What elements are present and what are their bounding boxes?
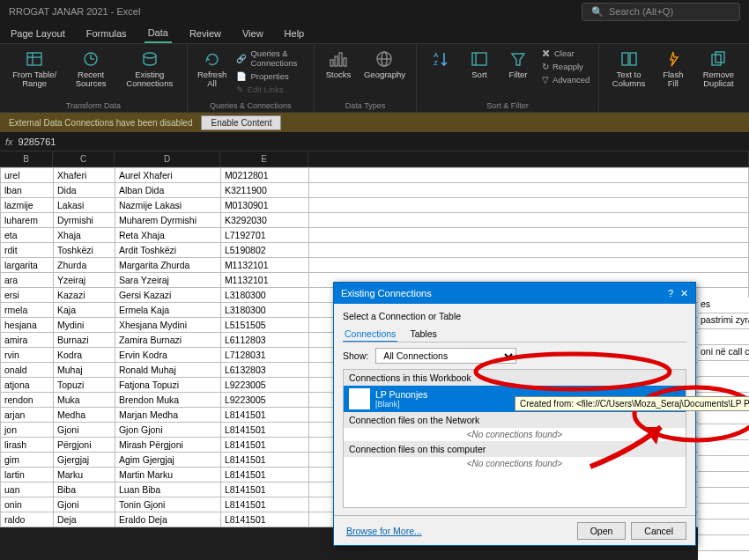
cell[interactable]: Mirash Përgjoni (115, 438, 220, 453)
col-header-c[interactable]: C (53, 151, 115, 166)
search-box[interactable]: 🔍 Search (Alt+Q) (582, 3, 740, 21)
cell[interactable]: jon (1, 423, 54, 438)
cell[interactable]: lazmije (1, 198, 54, 213)
cell[interactable]: amira (1, 333, 54, 348)
cell[interactable]: Reta Xhaja (115, 228, 220, 243)
cell[interactable]: Marjan Medha (115, 408, 220, 423)
cell[interactable]: Alban Dida (115, 183, 220, 198)
col-header-d[interactable]: D (115, 151, 220, 166)
cell[interactable]: Luan Biba (115, 483, 220, 497)
properties-item[interactable]: 📄Properties (234, 70, 307, 82)
cell[interactable]: Marku (53, 468, 115, 483)
cell[interactable]: Agim Gjergjaj (115, 453, 220, 468)
cell[interactable]: Martin Marku (115, 468, 220, 483)
cell[interactable]: Gjergjaj (53, 453, 115, 468)
cell[interactable]: L8141501 (220, 497, 308, 512)
cell[interactable]: lirash (1, 438, 54, 453)
text-to-columns-button[interactable]: Text to Columns (606, 48, 651, 91)
cell[interactable]: M0212801 (220, 168, 308, 183)
cell[interactable]: Medha (53, 408, 115, 423)
cell[interactable]: Fatjona Topuzi (115, 378, 220, 393)
cell[interactable]: rmela (1, 303, 54, 318)
cell[interactable]: uan (1, 483, 54, 497)
sort-button[interactable]: Sort (463, 48, 496, 81)
from-table-range-button[interactable]: From Table/ Range (7, 48, 62, 91)
cell[interactable]: L3180300 (220, 303, 308, 318)
cell[interactable]: L5190802 (220, 243, 308, 258)
reapply-item[interactable]: ↻Reapply (540, 61, 591, 72)
dialog-close-icon[interactable]: ✕ (680, 288, 688, 299)
tab-review[interactable]: Review (186, 25, 225, 42)
table-row[interactable]: urelXhaferiAurel XhaferiM0212801 (1, 168, 749, 183)
table-row[interactable]: luharemDyrmishiMuharem DyrmishiK3292030 (1, 213, 749, 228)
cell[interactable]: rvin (1, 348, 54, 363)
cell[interactable]: Yzeiraj (53, 273, 115, 288)
cell[interactable]: Xhesjana Mydini (115, 318, 220, 333)
cell[interactable]: Gjoni (53, 497, 115, 512)
cell[interactable]: L8141501 (220, 512, 308, 527)
remove-duplicates-button[interactable]: Remove Duplicat (695, 48, 742, 91)
cell[interactable]: lartin (1, 468, 54, 483)
cell[interactable]: onald (1, 363, 54, 378)
cell[interactable]: luharem (1, 213, 54, 228)
cell[interactable]: Aurel Xhaferi (115, 168, 220, 183)
existing-connections-button[interactable]: Existing Connections (120, 48, 180, 91)
cell[interactable]: Burnazi (53, 333, 115, 348)
queries-connections-item[interactable]: 🔗Queries & Connections (234, 48, 307, 69)
cell[interactable]: Margarita Zhurda (115, 258, 220, 273)
cell[interactable]: Nazmije Lakasi (115, 198, 220, 213)
cell[interactable]: Ervin Kodra (115, 348, 220, 363)
cell[interactable]: L6132803 (220, 363, 308, 378)
cell[interactable]: L5151505 (220, 318, 308, 333)
tab-data[interactable]: Data (145, 24, 172, 43)
cell[interactable]: atjona (1, 378, 54, 393)
show-dropdown[interactable]: All Connections (375, 348, 516, 364)
stocks-button[interactable]: Stocks (322, 48, 355, 81)
cell[interactable]: Zamira Burnazi (115, 333, 220, 348)
cell[interactable]: Deja (53, 512, 115, 527)
cell[interactable]: Xhaja (53, 228, 115, 243)
cell[interactable]: M1132101 (220, 258, 308, 273)
cell[interactable]: L8141501 (220, 483, 308, 497)
cell[interactable]: Muka (53, 393, 115, 408)
table-row[interactable]: rditToshkëziArdit ToshkëziL5190802 (1, 243, 749, 258)
cell[interactable]: largarita (1, 258, 54, 273)
cell[interactable]: Ronald Muhaj (115, 363, 220, 378)
table-row[interactable]: largaritaZhurdaMargarita ZhurdaM1132101 (1, 258, 749, 273)
cell[interactable]: ara (1, 273, 54, 288)
cell[interactable]: Ermela Kaja (115, 303, 220, 318)
cell[interactable]: arjan (1, 408, 54, 423)
cell[interactable]: Kaja (53, 303, 115, 318)
cell[interactable]: urel (1, 168, 54, 183)
tab-page-layout[interactable]: Page Layout (7, 25, 69, 42)
cell[interactable]: Topuzi (53, 378, 115, 393)
cell[interactable]: rendon (1, 393, 54, 408)
cell[interactable]: Ardit Toshkëzi (115, 243, 220, 258)
col-header-b[interactable]: B (0, 151, 53, 166)
cell[interactable]: L9223005 (220, 378, 308, 393)
cell[interactable]: Muharem Dyrmishi (115, 213, 220, 228)
cancel-button[interactable]: Cancel (631, 522, 686, 540)
tab-formulas[interactable]: Formulas (83, 25, 130, 42)
cell[interactable]: M0130901 (220, 198, 308, 213)
cell[interactable]: Sara Yzeiraj (115, 273, 220, 288)
cell[interactable]: L9223005 (220, 393, 308, 408)
recent-sources-button[interactable]: Recent Sources (67, 48, 115, 91)
cell[interactable]: Eraldo Deja (115, 512, 220, 527)
clear-item[interactable]: 🗙Clear (540, 48, 591, 59)
cell[interactable]: rdit (1, 243, 54, 258)
cell[interactable]: raldo (1, 512, 54, 527)
cell[interactable]: Dida (53, 183, 115, 198)
browse-more-link[interactable]: Browse for More... (343, 523, 426, 539)
dialog-tab-tables[interactable]: Tables (408, 327, 438, 342)
col-header-rest[interactable] (308, 151, 749, 166)
cell[interactable]: Toshkëzi (53, 243, 115, 258)
cell[interactable]: L8141501 (220, 408, 308, 423)
cell[interactable]: L8141501 (220, 453, 308, 468)
cell[interactable]: L7128031 (220, 348, 308, 363)
cell[interactable]: lban (1, 183, 54, 198)
cell[interactable]: Kodra (53, 348, 115, 363)
table-row[interactable]: lbanDidaAlban DidaK3211900 (1, 183, 749, 198)
filter-button[interactable]: Filter (501, 48, 535, 81)
enable-content-button[interactable]: Enable Content (201, 115, 281, 130)
